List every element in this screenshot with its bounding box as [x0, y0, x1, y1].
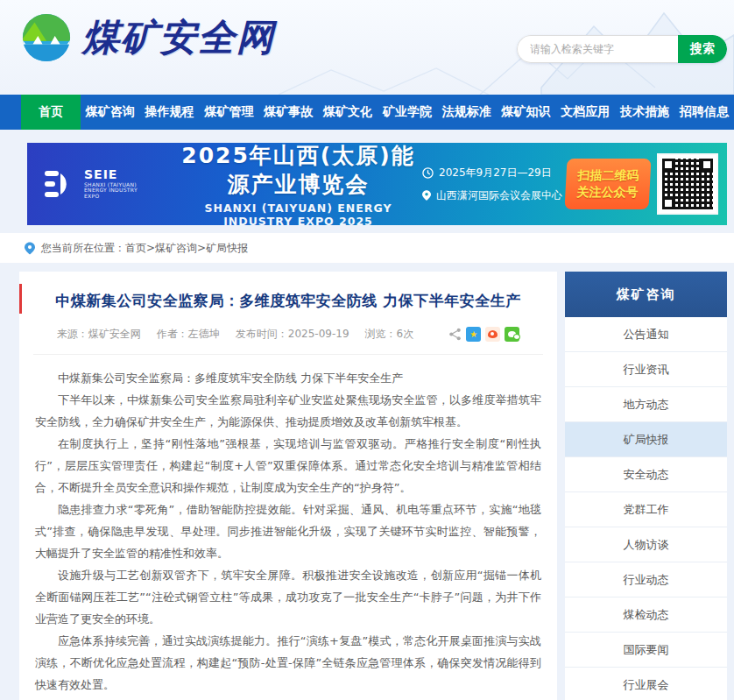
nav-item[interactable]: 招聘信息: [674, 95, 734, 130]
search-box: 搜索: [517, 35, 727, 63]
banner-subtitle: SHANXI (TAIYUAN) ENERGY INDUSTRY EXPO 20…: [174, 202, 422, 226]
sidebar-item[interactable]: 行业展会: [565, 668, 727, 700]
banner-info: 2025年9月27日—29日 山西潇河国际会议会展中心: [422, 166, 562, 203]
article-title: 中煤新集公司安全监察局：多维度筑牢安全防线 力保下半年安全生产: [33, 286, 543, 311]
location-pin-icon: [25, 242, 35, 255]
expo-banner[interactable]: SEIE SHANXI (TAIYUAN) ENERGY INDUSTRY EX…: [27, 143, 727, 225]
nav-item[interactable]: 矿业学院: [378, 95, 437, 130]
seie-logo-text: SEIE SHANXI (TAIYUAN) ENERGY INDUSTRY EX…: [84, 168, 154, 199]
sidebar-item[interactable]: 煤检动态: [565, 597, 727, 633]
location-icon: [422, 189, 431, 202]
sidebar-item[interactable]: 行业动态: [565, 562, 727, 597]
article-meta: 来源：煤矿安全网 作者：左德坤 发布时间：2025-09-19 浏览：6次 ★: [33, 327, 543, 355]
nav-item[interactable]: 操作规程: [140, 95, 200, 130]
share-icons: ★: [448, 327, 519, 342]
nav-item[interactable]: 技术措施: [615, 95, 674, 130]
sidebar: 煤矿咨询 公告通知行业资讯地方动态矿局快报安全动态党群工作人物访谈行业动态煤检动…: [565, 272, 727, 700]
banner-date: 2025年9月27日—29日: [439, 166, 552, 180]
sidebar-item[interactable]: 地方动态: [565, 387, 727, 422]
expo-logo: SEIE SHANXI (TAIYUAN) ENERGY INDUSTRY EX…: [43, 166, 174, 202]
sidebar-title: 煤矿咨询: [565, 272, 727, 317]
nav-item[interactable]: 文档应用: [555, 95, 615, 130]
article-body: 中煤新集公司安全监察局：多维度筑牢安全防线 力保下半年安全生产下半年以来，中煤新…: [33, 355, 543, 700]
qr-eye: [662, 159, 674, 171]
meta-views: 浏览：6次: [365, 327, 414, 342]
sidebar-item[interactable]: 安全动态: [565, 457, 727, 492]
nav-item[interactable]: 首页: [21, 95, 81, 130]
meta-author: 作者：左德坤: [157, 327, 220, 342]
article-paragraph: 下半年以来，中煤新集公司安全监察局驻利辛矿业安监处聚焦现场安全监管，以多维度举措…: [35, 389, 541, 433]
main-area: 中煤新集公司安全监察局：多维度筑牢安全防线 力保下半年安全生产 来源：煤矿安全网…: [19, 272, 727, 700]
page: 煤矿安全网 搜索 首页煤矿咨询操作规程煤矿管理煤矿事故煤矿文化矿业学院法规标准煤…: [0, 0, 734, 700]
sidebar-item[interactable]: 人物访谈: [565, 527, 727, 562]
wechat-share-icon[interactable]: [505, 327, 519, 342]
nav-item[interactable]: 煤矿事故: [258, 95, 318, 130]
banner-date-line: 2025年9月27日—29日: [422, 166, 562, 180]
sidebar-item[interactable]: 行业资讯: [565, 352, 727, 387]
article-paragraph: 驻利辛矿业安监处将以更实举措奋进下半年，全力保障矿井安全生产，为各项工作目标的实…: [35, 696, 541, 700]
qr-eye: [701, 159, 713, 171]
qr-cta-line1: 扫描二维码: [577, 167, 639, 184]
seie-name: SEIE: [84, 168, 154, 181]
sidebar-item[interactable]: 国际要闻: [565, 633, 727, 668]
qr-cta-line2: 关注公众号: [576, 184, 639, 201]
banner-venue: 山西潇河国际会议会展中心: [436, 188, 562, 203]
site-title: 煤矿安全网: [82, 13, 275, 62]
qr-cta-box: 扫描二维码 关注公众号: [564, 159, 651, 209]
sidebar-item[interactable]: 矿局快报: [565, 422, 727, 457]
sidebar-list: 公告通知行业资讯地方动态矿局快报安全动态党群工作人物访谈行业动态煤检动态国际要闻…: [565, 317, 727, 700]
weibo-share-icon[interactable]: [485, 327, 500, 342]
banner-title: 2025年山西(太原)能源产业博览会: [174, 143, 422, 199]
nav-item[interactable]: 煤矿文化: [318, 95, 378, 130]
qzone-share-icon[interactable]: ★: [466, 327, 481, 342]
qr-eye: [662, 197, 674, 209]
meta-publish-time: 发布时间：2025-09-19: [236, 327, 349, 342]
nav-item[interactable]: 煤矿知识: [497, 95, 556, 130]
main-nav: 首页煤矿咨询操作规程煤矿管理煤矿事故煤矿文化矿业学院法规标准煤矿知识文档应用技术…: [0, 95, 734, 130]
site-header: 煤矿安全网 搜索: [0, 0, 734, 95]
nav-item[interactable]: 法规标准: [437, 95, 497, 130]
qr-code: [657, 153, 718, 215]
seie-logo-icon: [43, 166, 78, 202]
clock-icon: [422, 167, 434, 179]
share-icon[interactable]: [448, 328, 462, 341]
logo-icon: [21, 12, 72, 63]
article-paragraph: 隐患排查力求“零死角”，借助智能防控提效能。针对采掘、通风、机电等重点环节，实施…: [35, 498, 541, 564]
sidebar-item[interactable]: 公告通知: [565, 317, 727, 352]
banner-venue-line: 山西潇河国际会议会展中心: [422, 188, 562, 203]
seie-subtitle: SHANXI (TAIYUAN) ENERGY INDUSTRY EXPO: [84, 182, 154, 200]
title-accent-bar: [19, 284, 22, 314]
meta-source: 来源：煤矿安全网: [57, 327, 141, 342]
breadcrumb: 您当前所在位置：首页>煤矿咨询>矿局快报: [0, 233, 734, 263]
search-button[interactable]: 搜索: [678, 35, 727, 63]
nav-item[interactable]: 煤矿管理: [199, 95, 258, 130]
breadcrumb-text: 您当前所在位置：首页>煤矿咨询>矿局快报: [41, 241, 248, 256]
article-paragraph: 中煤新集公司安全监察局：多维度筑牢安全防线 力保下半年安全生产: [35, 367, 541, 389]
search-input[interactable]: [517, 35, 678, 63]
nav-item[interactable]: 煤矿咨询: [81, 95, 140, 130]
article-paragraph: 在制度执行上，坚持“刚性落地”强根基，实现培训与监管双驱动。严格推行安全制度“刚…: [35, 433, 541, 498]
article-paragraph: 设施升级与工艺创新双管齐下，筑牢安全屏障。积极推进安全设施改造，创新应用“掘锚一…: [35, 564, 541, 630]
banner-titles: 2025年山西(太原)能源产业博览会 SHANXI (TAIYUAN) ENER…: [174, 143, 422, 225]
site-logo[interactable]: 煤矿安全网: [21, 12, 275, 63]
article-card: 中煤新集公司安全监察局：多维度筑牢安全防线 力保下半年安全生产 来源：煤矿安全网…: [19, 272, 557, 700]
article-paragraph: 应急体系持续完善，通过实战演练提能力。推行“演练+复盘”模式，常态化开展桌面推演…: [35, 630, 541, 696]
sidebar-item[interactable]: 党群工作: [565, 492, 727, 527]
